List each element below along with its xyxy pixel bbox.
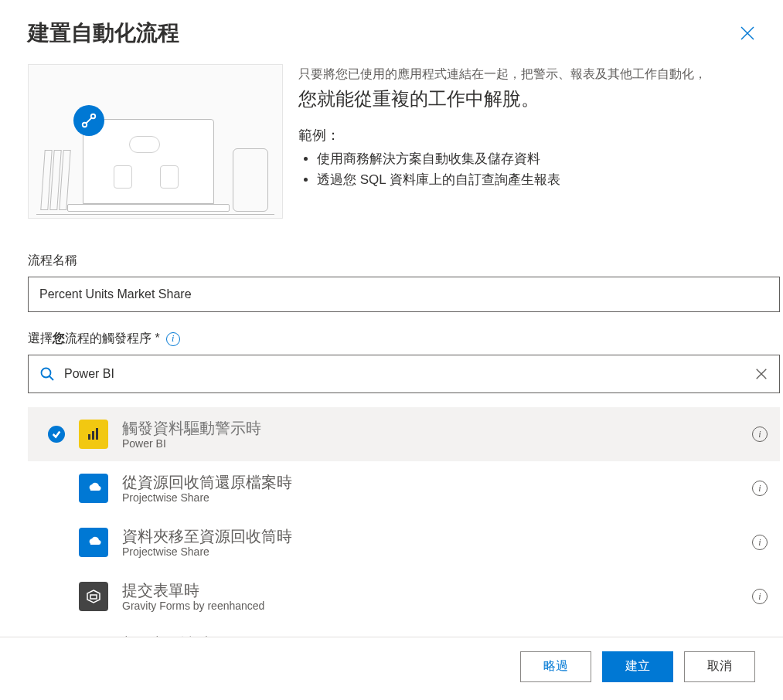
clear-icon[interactable] xyxy=(754,367,768,381)
svg-marker-11 xyxy=(87,590,100,603)
svg-point-4 xyxy=(42,369,51,378)
example-item: 使用商務解決方案自動收集及儲存資料 xyxy=(317,148,780,169)
powerbi-icon xyxy=(79,420,108,449)
trigger-search-box xyxy=(28,355,780,393)
trigger-info-icon[interactable]: i xyxy=(752,589,768,604)
intro-illustration xyxy=(28,64,283,219)
svg-line-5 xyxy=(49,376,53,380)
intro-section: 只要將您已使用的應用程式連結在一起，把警示、報表及其他工作自動化， 您就能從重複… xyxy=(28,58,780,234)
trigger-info-icon[interactable]: i xyxy=(752,535,768,550)
cancel-button[interactable]: 取消 xyxy=(684,651,755,682)
flow-name-field: 流程名稱 xyxy=(28,253,780,312)
trigger-item-pwshare-restore[interactable]: 從資源回收筒還原檔案時 Projectwise Share i xyxy=(28,461,780,515)
trigger-item-news-article[interactable]: 新的新聞文章 i xyxy=(28,624,780,637)
projectwise-icon xyxy=(79,474,108,503)
skip-button[interactable]: 略過 xyxy=(520,651,591,682)
intro-lead: 只要將您已使用的應用程式連結在一起，把警示、報表及其他工作自動化， xyxy=(298,64,780,84)
trigger-list: 觸發資料驅動警示時 Power BI i 從資源回收筒還原檔案時 Project… xyxy=(28,407,780,637)
svg-rect-10 xyxy=(96,428,98,440)
svg-rect-12 xyxy=(90,595,97,599)
svg-rect-8 xyxy=(88,434,90,440)
examples-list: 使用商務解決方案自動收集及儲存資料 透過您 SQL 資料庫上的自訂查詢產生報表 xyxy=(298,148,780,190)
dialog-title: 建置自動化流程 xyxy=(28,19,179,48)
required-asterisk: * xyxy=(155,331,159,345)
svg-rect-9 xyxy=(92,431,94,440)
info-icon[interactable]: i xyxy=(166,332,180,346)
trigger-text: 新的新聞文章 xyxy=(122,634,738,637)
create-button[interactable]: 建立 xyxy=(602,651,673,682)
projectwise-icon xyxy=(79,528,108,557)
build-automated-flow-dialog: 建置自動化流程 xyxy=(0,0,783,700)
trigger-info-icon[interactable]: i xyxy=(752,481,768,496)
flow-name-input[interactable] xyxy=(28,277,780,312)
trigger-item-pwshare-recycle[interactable]: 資料夾移至資源回收筒時 Projectwise Share i xyxy=(28,515,780,569)
trigger-label: 選擇您流程的觸發程序 * i xyxy=(28,331,780,347)
trigger-item-gravity-submit[interactable]: 提交表單時 Gravity Forms by reenhanced i xyxy=(28,569,780,624)
trigger-field: 選擇您流程的觸發程序 * i xyxy=(28,331,780,637)
gravity-forms-icon xyxy=(79,582,108,611)
dialog-content: 只要將您已使用的應用程式連結在一起，把警示、報表及其他工作自動化， 您就能從重複… xyxy=(0,57,783,637)
flow-name-label: 流程名稱 xyxy=(28,253,780,269)
radio-selected-icon xyxy=(48,426,65,443)
intro-text: 只要將您已使用的應用程式連結在一起，把警示、報表及其他工作自動化， 您就能從重複… xyxy=(298,64,780,219)
dialog-header: 建置自動化流程 xyxy=(0,0,783,57)
trigger-text: 從資源回收筒還原檔案時 Projectwise Share xyxy=(122,473,738,504)
trigger-item-powerbi-alert[interactable]: 觸發資料驅動警示時 Power BI i xyxy=(28,407,780,461)
radio-unselected-icon xyxy=(48,534,65,551)
trigger-text: 觸發資料驅動警示時 Power BI xyxy=(122,419,738,450)
close-icon[interactable] xyxy=(740,25,755,41)
example-item: 透過您 SQL 資料庫上的自訂查詢產生報表 xyxy=(317,169,780,190)
examples-label: 範例： xyxy=(298,124,780,147)
radio-unselected-icon xyxy=(48,480,65,497)
radio-unselected-icon xyxy=(48,635,65,637)
search-icon xyxy=(39,366,55,382)
intro-headline: 您就能從重複的工作中解脫。 xyxy=(298,84,780,114)
dialog-footer: 略過 建立 取消 xyxy=(0,637,783,695)
radio-unselected-icon xyxy=(48,588,65,605)
trigger-text: 資料夾移至資源回收筒時 Projectwise Share xyxy=(122,527,738,558)
trigger-search-input[interactable] xyxy=(64,367,745,381)
trigger-info-icon[interactable]: i xyxy=(752,426,768,442)
trigger-text: 提交表單時 Gravity Forms by reenhanced xyxy=(122,581,738,612)
